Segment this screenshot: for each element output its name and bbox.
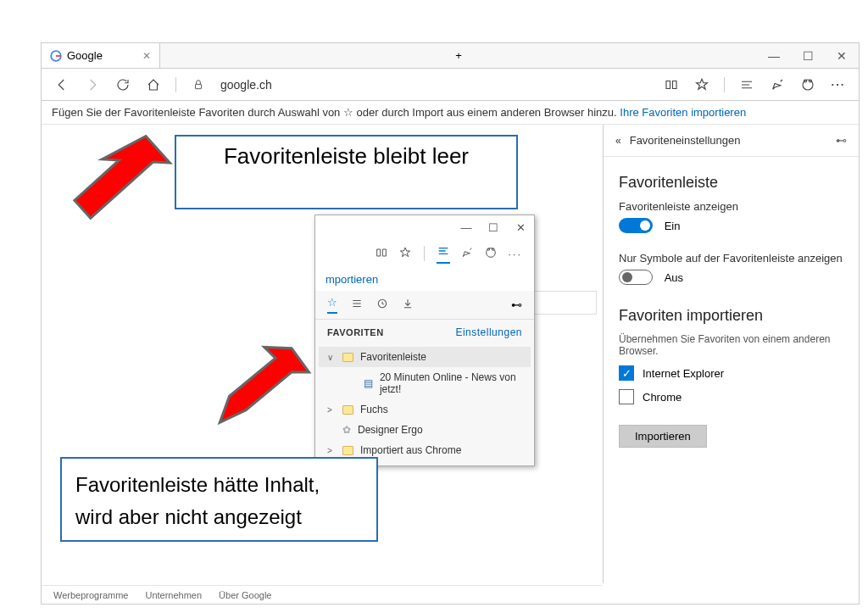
caret-icon[interactable]: ∨	[327, 353, 336, 362]
import-link-truncated[interactable]: mportieren	[315, 268, 534, 291]
tree-row[interactable]: ∨Favoritenleiste	[319, 347, 531, 367]
new-tab-button[interactable]: +	[442, 43, 476, 68]
forward-button[interactable]	[81, 73, 104, 97]
sub-toolbar: ···	[315, 239, 534, 268]
favorites-bar-hint: Fügen Sie der Favoritenleiste Favoriten …	[42, 101, 859, 125]
hub-panel: ☆ ⊷ FAVORITEN Einstellungen ∨Favoritenle…	[315, 291, 534, 465]
separator	[724, 77, 725, 92]
history-tab-icon[interactable]	[376, 298, 388, 312]
browser-tab[interactable]: Google ✕	[42, 43, 160, 68]
page-footer: Werbeprogramme Unternehmen Über Google	[42, 585, 602, 604]
share-icon[interactable]	[796, 73, 820, 97]
checkbox-unchecked-icon[interactable]	[619, 389, 634, 404]
svg-point-4	[810, 80, 812, 82]
tree-label: Favoritenleiste	[360, 351, 426, 363]
svg-rect-1	[196, 84, 202, 88]
tree-label: 20 Minuten Online - News von jetzt!	[380, 371, 522, 395]
notes-icon[interactable]	[460, 246, 474, 262]
reading-view-icon[interactable]	[659, 73, 683, 97]
favorite-star-icon[interactable]	[398, 246, 412, 262]
svg-point-8	[492, 248, 494, 250]
close-tab-icon[interactable]: ✕	[142, 50, 151, 62]
svg-point-3	[804, 80, 807, 82]
tree-row[interactable]: ▤20 Minuten Online - News von jetzt!	[319, 367, 531, 399]
folder-icon	[342, 446, 353, 455]
caret-icon[interactable]: >	[327, 405, 336, 415]
favorites-tab-icon[interactable]: ☆	[327, 296, 337, 314]
pin-icon[interactable]: ⊷	[511, 298, 522, 311]
address-bar[interactable]: google.ch	[217, 78, 653, 92]
footer-link[interactable]: Über Google	[219, 590, 271, 600]
sub-close-button[interactable]: ✕	[507, 221, 534, 234]
svg-marker-10	[214, 343, 313, 422]
maximize-button[interactable]: ☐	[791, 43, 825, 68]
footer-link[interactable]: Werbeprogramme	[53, 590, 128, 600]
favorite-star-icon[interactable]	[690, 73, 714, 97]
icons-only-toggle[interactable]	[619, 270, 653, 285]
page-icon: ▤	[364, 377, 373, 389]
share-icon[interactable]	[484, 246, 498, 262]
section-import: Favoriten importieren	[619, 307, 843, 325]
tree-label: Importiert aus Chrome	[360, 444, 461, 456]
annotation-box-2: Favoritenleiste hätte Inhalt, wird aber …	[60, 457, 378, 542]
arrow-annotation-2	[184, 315, 320, 434]
tab-title: Google	[67, 49, 103, 62]
gear-icon: ✿	[342, 424, 351, 436]
hub-settings-link[interactable]: Einstellungen	[455, 326, 522, 338]
favorites-tree: ∨Favoritenleiste▤20 Minuten Online - New…	[315, 345, 534, 465]
downloads-tab-icon[interactable]	[402, 298, 414, 312]
annotation-box-1: Favoritenleiste bleibt leer	[175, 135, 518, 209]
sub-window-titlebar: — ☐ ✕	[315, 215, 534, 239]
tree-label: Fuchs	[360, 404, 388, 415]
window-controls: — ☐ ✕	[757, 43, 859, 68]
close-button[interactable]: ✕	[825, 43, 859, 68]
search-box-ghost	[529, 291, 597, 315]
hub-icon[interactable]	[735, 73, 759, 97]
separator	[175, 77, 176, 92]
home-button[interactable]	[142, 73, 165, 97]
import-favorites-link[interactable]: Ihre Favoriten importieren	[620, 106, 746, 119]
hub-icon[interactable]	[437, 244, 450, 264]
reading-view-icon[interactable]	[375, 246, 388, 262]
back-button[interactable]	[50, 73, 74, 97]
settings-header: « Favoriteneinstellungen ⊷	[604, 125, 859, 157]
tree-row[interactable]: ✿Designer Ergo	[319, 420, 531, 440]
checkbox-checked-icon[interactable]: ✓	[619, 365, 634, 381]
more-icon[interactable]: ···	[508, 248, 522, 260]
toolbar-right: ···	[659, 73, 850, 97]
tab-bar: Google ✕ + — ☐ ✕	[42, 43, 859, 69]
sub-minimize-button[interactable]: —	[453, 221, 480, 234]
sub-window: — ☐ ✕ ··· mportieren ☆ ⊷	[314, 215, 535, 466]
lock-icon	[186, 73, 210, 97]
import-ie-row[interactable]: ✓ Internet Explorer	[619, 365, 843, 381]
sub-maximize-button[interactable]: ☐	[480, 221, 507, 234]
svg-point-7	[487, 248, 490, 250]
folder-icon	[342, 405, 353, 415]
show-favorites-bar-toggle[interactable]	[619, 218, 653, 233]
pin-icon[interactable]: ⊷	[836, 134, 847, 147]
google-icon	[50, 50, 62, 62]
tree-label: Designer Ergo	[358, 424, 423, 436]
more-icon[interactable]: ···	[826, 73, 850, 97]
import-chrome-row[interactable]: Chrome	[619, 389, 843, 404]
footer-link[interactable]: Unternehmen	[145, 590, 202, 600]
toolbar: google.ch ···	[42, 69, 859, 101]
refresh-button[interactable]	[111, 73, 135, 97]
svg-marker-5	[74, 132, 171, 222]
notes-icon[interactable]	[765, 73, 789, 97]
caret-icon[interactable]: >	[327, 446, 336, 455]
minimize-button[interactable]: —	[757, 43, 791, 68]
section-favoritenleiste: Favoritenleiste	[619, 174, 843, 192]
settings-body: Favoritenleiste Favoritenleiste anzeigen…	[604, 157, 859, 460]
app-window: Google ✕ + — ☐ ✕ google.ch ··· Fügen Sie…	[41, 42, 860, 605]
hub-tabs: ☆ ⊷	[315, 291, 534, 320]
tree-row[interactable]: >Fuchs	[319, 399, 531, 420]
folder-icon	[342, 353, 353, 362]
arrow-annotation-1	[52, 125, 179, 243]
reading-list-tab-icon[interactable]	[351, 298, 363, 312]
page-content: Favoritenleiste bleibt leer — ☐ ✕ ···	[42, 125, 859, 583]
settings-panel: « Favoriteneinstellungen ⊷ Favoritenleis…	[603, 125, 859, 583]
hub-header: FAVORITEN Einstellungen	[315, 320, 534, 345]
import-button[interactable]: Importieren	[619, 425, 707, 448]
back-icon[interactable]: «	[615, 135, 621, 147]
